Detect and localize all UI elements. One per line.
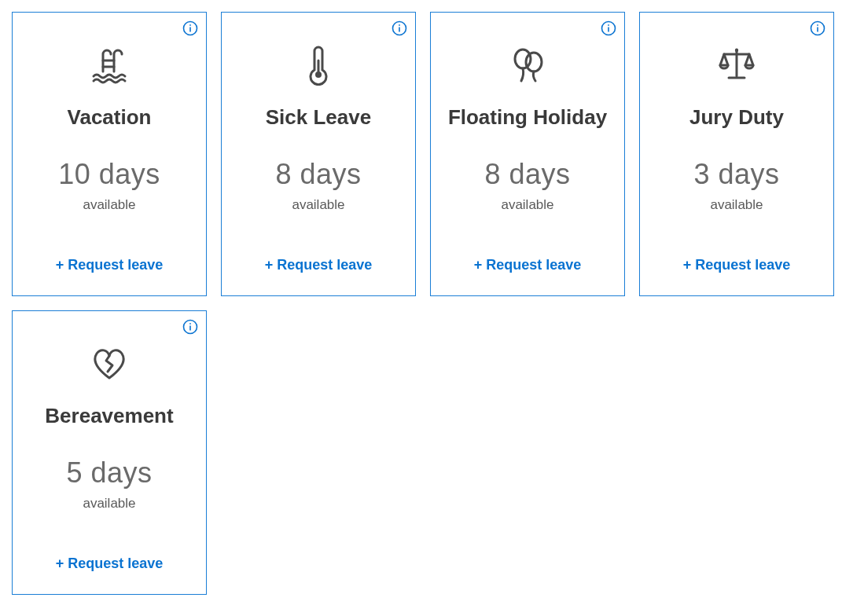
info-icon[interactable] [182, 20, 198, 36]
info-icon[interactable] [182, 319, 198, 335]
request-leave-button[interactable]: + Request leave [474, 257, 582, 273]
info-icon[interactable] [810, 20, 825, 36]
card-amount: 10 days [58, 158, 160, 191]
card-available-label: available [83, 197, 135, 213]
card-title: Vacation [68, 105, 152, 130]
info-icon[interactable] [392, 20, 407, 36]
thermometer-icon [234, 42, 403, 88]
card-available-label: available [501, 197, 553, 213]
card-available-label: available [83, 496, 135, 512]
leave-cards-grid: Vacation 10 days available + Request lea… [12, 12, 841, 595]
request-leave-button[interactable]: + Request leave [265, 257, 373, 273]
card-title: Bereavement [45, 404, 173, 428]
pool-icon [25, 42, 193, 88]
card-title: Sick Leave [266, 105, 371, 130]
card-available-label: available [710, 197, 763, 213]
card-jury-duty: Jury Duty 3 days available + Request lea… [639, 12, 834, 296]
card-amount: 8 days [484, 158, 570, 191]
balloons-icon [443, 42, 612, 88]
card-title: Floating Holiday [448, 105, 607, 130]
request-leave-button[interactable]: + Request leave [56, 556, 164, 572]
info-icon[interactable] [601, 20, 616, 36]
card-sick-leave: Sick Leave 8 days available + Request le… [221, 12, 416, 296]
card-title: Jury Duty [689, 105, 784, 130]
card-bereavement: Bereavement 5 days available + Request l… [12, 310, 207, 595]
card-amount: 5 days [66, 456, 152, 490]
request-leave-button[interactable]: + Request leave [683, 257, 791, 273]
card-amount: 3 days [693, 158, 779, 191]
card-available-label: available [292, 197, 344, 213]
broken-heart-icon [25, 341, 193, 387]
card-amount: 8 days [275, 158, 361, 191]
scales-icon [653, 42, 821, 88]
card-vacation: Vacation 10 days available + Request lea… [12, 12, 207, 296]
request-leave-button[interactable]: + Request leave [56, 257, 164, 273]
card-floating-holiday: Floating Holiday 8 days available + Requ… [430, 12, 625, 296]
